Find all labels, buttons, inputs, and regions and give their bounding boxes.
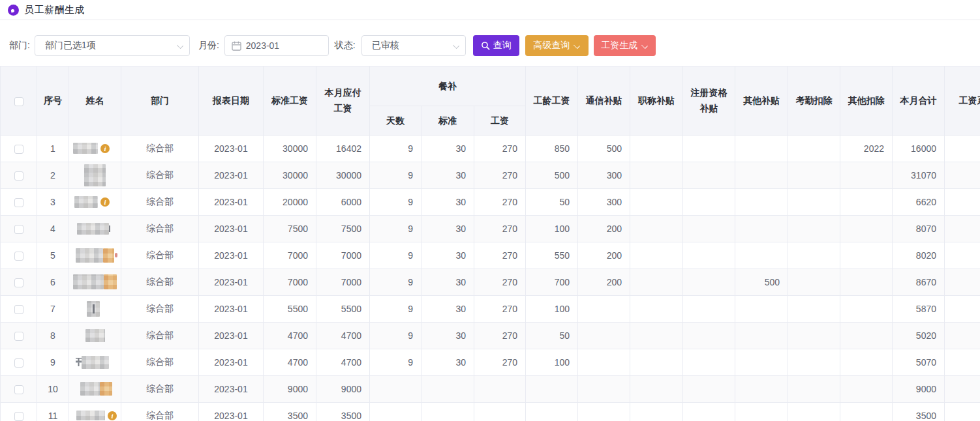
cell-meal-salary: 270 bbox=[474, 295, 526, 322]
cell-salary-coefficient bbox=[945, 295, 980, 322]
column-header-department: 部门 bbox=[121, 66, 199, 135]
cell-title-allowance bbox=[630, 135, 683, 162]
cell-no: 7 bbox=[37, 295, 69, 322]
table-row: 1i综合部2023-013000016402930270850500202216… bbox=[1, 135, 980, 162]
cell-registration-allowance bbox=[683, 215, 735, 242]
censored-name-blur bbox=[85, 329, 105, 342]
cell-meal-salary: 270 bbox=[474, 322, 526, 349]
cell-department: 综合部 bbox=[121, 135, 199, 162]
cell-month-total: 5870 bbox=[893, 295, 945, 322]
info-icon[interactable]: i bbox=[100, 197, 110, 207]
cell-meal-standard: 30 bbox=[421, 135, 474, 162]
cell-seniority: 850 bbox=[526, 135, 578, 162]
calendar-icon bbox=[232, 41, 241, 51]
cell-other-allowance bbox=[735, 162, 788, 188]
cell-salary-coefficient bbox=[945, 188, 980, 215]
row-checkbox[interactable] bbox=[14, 171, 23, 181]
table-row: 5综合部2023-01700070009302705502008020 bbox=[1, 242, 980, 269]
table-row: 4综合部2023-01750075009302701002008070 bbox=[1, 215, 980, 242]
row-checkbox[interactable] bbox=[14, 198, 23, 207]
info-icon[interactable]: i bbox=[100, 144, 110, 153]
cell-meal-salary: 270 bbox=[474, 349, 526, 375]
censored-name-blur-orange bbox=[103, 248, 114, 263]
row-checkbox[interactable] bbox=[14, 225, 23, 234]
cell-payable: 30000 bbox=[316, 162, 370, 188]
cell-communication: 200 bbox=[578, 215, 630, 242]
cell-registration-allowance bbox=[683, 242, 735, 269]
cell-meal-days bbox=[370, 375, 421, 402]
row-checkbox[interactable] bbox=[14, 332, 23, 341]
row-checkbox[interactable] bbox=[14, 305, 23, 314]
cell-meal-standard: 30 bbox=[421, 349, 474, 375]
cell-seniority: 500 bbox=[526, 162, 578, 188]
cell-attendance-deduction bbox=[788, 402, 840, 421]
page-title-icon bbox=[8, 5, 19, 16]
cell-payable: 4700 bbox=[316, 349, 370, 375]
cell-meal-salary: 270 bbox=[474, 188, 526, 215]
month-date-input[interactable]: 2023-01 bbox=[224, 35, 329, 56]
select-all-checkbox[interactable] bbox=[14, 97, 23, 106]
table-row: 6综合部2023-01700070009302707002005008670 bbox=[1, 269, 980, 295]
row-select-cell bbox=[1, 402, 37, 421]
info-icon[interactable]: i bbox=[108, 411, 117, 420]
advanced-query-button[interactable]: 高级查询 bbox=[525, 35, 589, 56]
cell-title-allowance bbox=[630, 215, 683, 242]
cell-salary-coefficient bbox=[945, 162, 980, 188]
column-header-registration-allowance: 注册资格补贴 bbox=[683, 66, 735, 135]
department-filter-label: 部门: bbox=[9, 40, 30, 51]
cell-payable: 3500 bbox=[316, 402, 370, 421]
cell-report-date: 2023-01 bbox=[199, 135, 264, 162]
status-select[interactable]: 已审核 bbox=[361, 35, 466, 56]
cell-salary-coefficient bbox=[945, 349, 980, 375]
censored-name-blur bbox=[76, 248, 103, 263]
cell-meal-standard: 30 bbox=[421, 188, 474, 215]
cell-registration-allowance bbox=[683, 269, 735, 295]
cell-meal-salary: 270 bbox=[474, 242, 526, 269]
row-select-cell bbox=[1, 349, 37, 375]
row-checkbox[interactable] bbox=[14, 252, 23, 261]
cell-communication: 200 bbox=[578, 242, 630, 269]
month-date-value: 2023-01 bbox=[246, 40, 279, 51]
cell-no: 8 bbox=[37, 322, 69, 349]
department-select-value: 部门已选1项 bbox=[45, 40, 96, 51]
row-select-cell bbox=[1, 295, 37, 322]
cell-communication bbox=[578, 402, 630, 421]
censored-name-fragment bbox=[115, 253, 117, 257]
cell-attendance-deduction bbox=[788, 162, 840, 188]
cell-other-allowance bbox=[735, 322, 788, 349]
cell-meal-days: 9 bbox=[370, 349, 421, 375]
cell-salary-coefficient bbox=[945, 402, 980, 421]
column-header-standard-salary: 标准工资 bbox=[264, 66, 316, 135]
cell-meal-standard: 30 bbox=[421, 322, 474, 349]
row-checkbox[interactable] bbox=[14, 358, 23, 368]
salary-generate-button[interactable]: 工资生成 bbox=[594, 35, 656, 56]
search-icon bbox=[481, 41, 490, 50]
query-button-label: 查询 bbox=[493, 40, 512, 51]
cell-other-allowance: 500 bbox=[735, 269, 788, 295]
cell-no: 4 bbox=[37, 215, 69, 242]
cell-meal-days bbox=[370, 402, 421, 421]
query-button[interactable]: 查询 bbox=[473, 35, 519, 56]
row-checkbox[interactable] bbox=[14, 385, 23, 394]
cell-other-deduction bbox=[840, 215, 893, 242]
cell-no: 2 bbox=[37, 162, 69, 188]
cell-title-allowance bbox=[630, 242, 683, 269]
cell-payable: 5500 bbox=[316, 295, 370, 322]
cell-seniority: 100 bbox=[526, 349, 578, 375]
cell-no: 10 bbox=[37, 375, 69, 402]
table-row: 11i综合部2023-01350035003500 bbox=[1, 402, 980, 421]
cell-seniority: 100 bbox=[526, 295, 578, 322]
censored-name-blur bbox=[76, 411, 105, 420]
cell-other-allowance bbox=[735, 402, 788, 421]
department-select[interactable]: 部门已选1项 bbox=[35, 35, 190, 56]
row-checkbox[interactable] bbox=[14, 412, 23, 421]
cell-attendance-deduction bbox=[788, 135, 840, 162]
cell-name bbox=[69, 215, 121, 242]
column-header-meal-group: 餐补 bbox=[370, 66, 526, 106]
row-checkbox[interactable] bbox=[14, 278, 23, 287]
cell-month-total: 8020 bbox=[893, 242, 945, 269]
cell-salary-coefficient bbox=[945, 215, 980, 242]
cell-other-deduction bbox=[840, 162, 893, 188]
row-checkbox[interactable] bbox=[14, 145, 23, 154]
cell-standard-salary: 4700 bbox=[264, 322, 316, 349]
